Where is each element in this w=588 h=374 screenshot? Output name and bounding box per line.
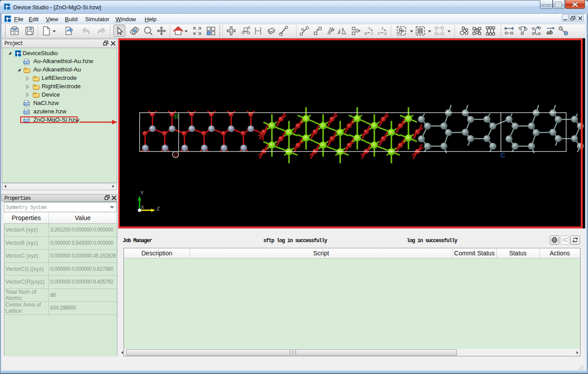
svg-text:B: B bbox=[364, 31, 367, 36]
svg-text:HZW: HZW bbox=[23, 102, 29, 105]
svg-text:C: C bbox=[501, 151, 506, 158]
svg-text:A: A bbox=[367, 26, 371, 30]
svg-text:Y: Y bbox=[378, 31, 380, 36]
svg-text:C: C bbox=[371, 31, 374, 36]
svg-text:ab: ab bbox=[547, 29, 553, 36]
svg-text:X: X bbox=[141, 204, 144, 209]
svg-text:Y: Y bbox=[140, 190, 144, 195]
svg-text:Z: Z bbox=[157, 206, 160, 211]
svg-text:X: X bbox=[381, 26, 384, 30]
svg-text:O: O bbox=[173, 151, 178, 158]
svg-text:HZW: HZW bbox=[23, 61, 29, 64]
svg-text:B: B bbox=[174, 112, 178, 120]
svg-text:Z: Z bbox=[384, 31, 387, 36]
svg-text:HZW: HZW bbox=[23, 111, 29, 113]
